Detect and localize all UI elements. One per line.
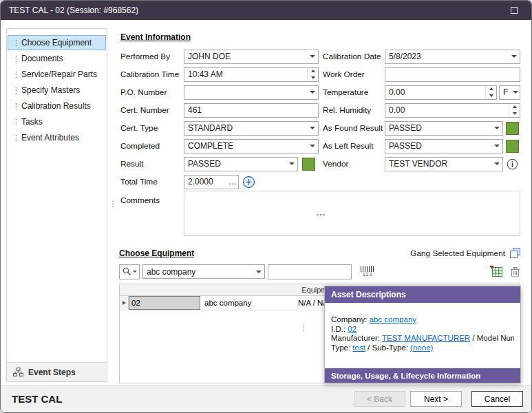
result-label: Result [120,159,184,169]
chevron-down-icon[interactable] [306,122,318,135]
equipment-toolbar: abc company 123 [119,264,520,279]
drag-handle-icon: ⋮ [12,71,17,78]
sidebar-item-label: Tasks [21,117,43,127]
performed-by-value: JOHN DOE [188,52,231,61]
chevron-down-icon[interactable] [511,86,520,99]
add-time-icon[interactable] [242,176,255,189]
sidebar-item-label: Specify Masters [21,85,80,95]
drag-handle-icon: ⋮ [12,87,17,94]
total-time-input[interactable]: 2.0000 … [184,175,239,189]
chevron-down-icon[interactable] [253,265,264,278]
barcode-bars [361,266,374,272]
gang-copy-icon[interactable] [510,248,520,258]
event-steps-sidebar: ⋮ Choose Equipment ⋮ Documents ⋮ Service… [6,28,107,382]
gang-selected-equipment-label: Gang Selected Equipment [410,248,505,258]
gang-selected-equipment[interactable]: Gang Selected Equipment [410,248,520,258]
work-order-label: Work Order [319,70,385,79]
completed-label: Completed [120,141,184,151]
cancel-button[interactable]: Cancel [471,391,523,407]
search-button[interactable] [119,264,140,279]
cert-type-value: STANDARD [188,123,233,133]
vendor-value: TEST VENDOR [389,159,447,169]
subtype-label: / Sub-Type: [368,343,408,352]
row-selector-icon [123,301,126,305]
sidebar-item-label: Service/Repair Parts [21,70,97,79]
barcode-scan-icon[interactable]: 123 [357,265,378,279]
back-button[interactable]: < Back [354,391,405,407]
sidebar-item-choose-equipment[interactable]: ⋮ Choose Equipment [8,35,106,50]
work-order-input[interactable] [385,67,520,82]
sidebar-item-event-attributes[interactable]: ⋮ Event Attributes [8,130,106,145]
type-link[interactable]: test [352,343,365,352]
delete-equipment-icon[interactable] [510,266,520,277]
calibration-date-picker[interactable]: 5/8/2023 [385,50,520,64]
chevron-down-icon[interactable] [491,140,502,153]
grid-splitter-handle[interactable]: ⋮ [299,323,308,332]
completed-combobox[interactable]: COMPLETE [184,139,319,153]
calibration-time-spinner[interactable]: 10:43 AM [184,67,319,82]
sidebar-item-documents[interactable]: ⋮ Documents [8,51,106,66]
performed-by-label: Performed By [120,52,184,61]
chevron-down-icon[interactable] [491,158,502,171]
titlebar[interactable]: TEST CAL - 02 (Session: #968562) [1,1,531,20]
chevron-down-icon[interactable] [491,122,502,135]
id-link[interactable]: 02 [348,325,357,333]
po-number-combobox[interactable] [184,85,319,100]
as-left-result-combobox[interactable]: PASSED [385,139,503,153]
sidebar-item-calibration-results[interactable]: ⋮ Calibration Results [8,98,106,114]
cert-number-input[interactable] [184,103,319,118]
rel-humidity-spinner[interactable]: 0.00 [385,103,520,118]
sidebar-item-label: Choose Equipment [21,38,92,47]
export-grid-icon[interactable] [489,266,503,277]
spinner-buttons[interactable] [307,68,318,81]
chevron-down-icon[interactable] [306,50,318,63]
vendor-combobox[interactable]: TEST VENDOR [385,157,503,171]
row-selector-cell[interactable] [120,296,129,310]
as-found-result-combobox[interactable]: PASSED [385,121,503,136]
chevron-down-icon[interactable] [306,86,318,99]
equipment-search-input[interactable] [268,264,352,279]
maximize-icon[interactable] [511,7,518,14]
result-combobox[interactable]: PASSED [184,157,298,171]
id-label: I.D.: [331,325,345,333]
event-steps-button[interactable]: Event Steps [7,362,107,381]
comments-label: Comments [120,191,184,205]
subtype-link[interactable]: (none) [410,343,433,352]
total-time-label: Total Time [120,177,184,187]
chevron-down-icon[interactable] [508,50,520,63]
event-title: TEST CAL [12,393,62,405]
drag-handle-icon: ⋮ [12,39,17,47]
info-icon[interactable] [507,158,518,170]
equipment-id-cell[interactable]: 02 [129,296,200,310]
spinner-buttons[interactable] [509,104,520,117]
choose-equipment-title: Choose Equipment [119,248,194,258]
spinner-buttons[interactable] [485,86,496,99]
temperature-unit-combobox[interactable]: F [499,85,520,100]
company-filter-value: abc company [147,267,195,277]
storage-usage-lifecycle-header: Storage, Usage, & Lifecycle Information [325,368,520,383]
temperature-value: 0.00 [389,87,405,97]
company-filter-combobox[interactable]: abc company [142,264,265,279]
temperature-label: Temperature [319,87,385,97]
sidebar-item-specify-masters[interactable]: ⋮ Specify Masters [8,83,106,98]
next-button[interactable]: Next > [410,391,462,407]
sidebar-item-tasks[interactable]: ⋮ Tasks [8,114,106,129]
sidebar-item-label: Documents [21,54,63,63]
sidebar-item-service-repair-parts[interactable]: ⋮ Service/Repair Parts [8,67,106,82]
calibration-event-dialog: TEST CAL - 02 (Session: #968562) ⋮ Choos… [0,0,532,413]
cert-type-combobox[interactable]: STANDARD [184,121,319,136]
chevron-down-icon[interactable] [286,158,297,171]
chevron-down-icon[interactable] [306,140,318,153]
temperature-spinner[interactable]: 0.00 [385,85,497,100]
company-link[interactable]: abc company [370,315,416,324]
po-number-label: P.O. Number [120,87,184,97]
performed-by-combobox[interactable]: JOHN DOE [184,50,319,64]
manufacturer-link[interactable]: TEST MANUFACTURER [382,334,470,342]
company-label: Company: [331,315,367,324]
calibration-time-value: 10:43 AM [188,70,223,79]
ellipsis-button[interactable]: … [228,176,237,187]
search-icon [123,267,131,276]
equipment-company-cell[interactable]: abc company [200,296,298,310]
comments-textarea[interactable] [184,191,520,236]
sidebar-nav-list: ⋮ Choose Equipment ⋮ Documents ⋮ Service… [7,29,107,362]
